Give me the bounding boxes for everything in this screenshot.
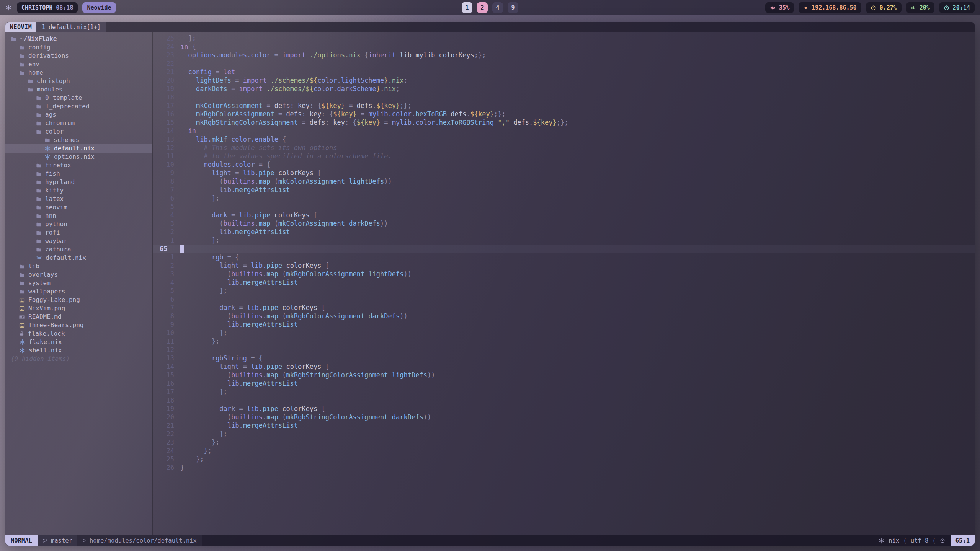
code-line[interactable]: 7 dark = lib.pipe colorKeys [ xyxy=(153,303,975,312)
tree-item-system[interactable]: system xyxy=(5,279,152,287)
code-line[interactable]: 8 (builtins.map (mkColorAssignment light… xyxy=(153,177,975,186)
tree-item-three-bears-png[interactable]: Three-Bears.png xyxy=(5,321,152,329)
tree-item-neovim[interactable]: neovim xyxy=(5,203,152,212)
tree-item-color[interactable]: color xyxy=(5,127,152,136)
code-line[interactable]: 6 xyxy=(153,295,975,303)
tree-item-flake-nix[interactable]: flake.nix xyxy=(5,338,152,346)
tree-item-nixvim-png[interactable]: NixVim.png xyxy=(5,304,152,313)
tree-item-env[interactable]: env xyxy=(5,60,152,68)
editor[interactable]: 25 ];24in {23 options.modules.color = im… xyxy=(153,32,975,535)
tree-item-python[interactable]: python xyxy=(5,220,152,228)
code-line[interactable]: 6 ]; xyxy=(153,194,975,202)
tree-item-0-template[interactable]: 0_template xyxy=(5,94,152,102)
code-line-current[interactable]: 65 xyxy=(153,245,975,253)
file-tree[interactable]: ~/NixFlakeconfigderivationsenvhomechrist… xyxy=(5,32,153,535)
code-line[interactable]: 16 lib.mergeAttrsList xyxy=(153,379,975,388)
code-line[interactable]: 13 lib.mkIf color.enable { xyxy=(153,135,975,143)
code-line[interactable]: 1 ]; xyxy=(153,236,975,245)
code-line[interactable]: 11 # to the values specified in a colors… xyxy=(153,152,975,160)
code-line[interactable]: 24in { xyxy=(153,42,975,51)
code-line[interactable]: 12 # This module sets its own options xyxy=(153,143,975,152)
code-line[interactable]: 5 xyxy=(153,202,975,211)
code-line[interactable]: 13 rgbString = { xyxy=(153,354,975,362)
workspace-4[interactable]: 4 xyxy=(492,2,503,13)
tree-item-firefox[interactable]: firefox xyxy=(5,161,152,170)
code-line[interactable]: 9 light = lib.pipe colorKeys [ xyxy=(153,169,975,177)
tree-item-1-deprecated[interactable]: 1_deprecated xyxy=(5,102,152,111)
code-line[interactable]: 2 light = lib.pipe colorKeys [ xyxy=(153,261,975,270)
tree-item-default-nix[interactable]: default.nix xyxy=(5,144,152,153)
tree-item-overlays[interactable]: overlays xyxy=(5,271,152,279)
user-clock-pill[interactable]: CHRISTOPH 08:18 xyxy=(17,2,78,13)
code-line[interactable]: 23 options.modules.color = import ./opti… xyxy=(153,51,975,59)
code-line[interactable]: 21 lib.mergeAttrsList xyxy=(153,421,975,430)
code-line[interactable]: 21 config = let xyxy=(153,68,975,76)
code-line[interactable]: 16 mkRgbColorAssignment = defs: key: {${… xyxy=(153,110,975,118)
code-line[interactable]: 15 (builtins.map (mkRgbStringColorAssign… xyxy=(153,371,975,379)
code-line[interactable]: 7 lib.mergeAttrsList xyxy=(153,186,975,194)
tree-item-hyprland[interactable]: hyprland xyxy=(5,178,152,186)
tree-item-home[interactable]: home xyxy=(5,68,152,77)
tree-item-fish[interactable]: fish xyxy=(5,170,152,178)
code-line[interactable]: 4 lib.mergeAttrsList xyxy=(153,278,975,287)
tree-item--nixflake[interactable]: ~/NixFlake xyxy=(5,35,152,43)
code-line[interactable]: 9 lib.mergeAttrsList xyxy=(153,320,975,329)
nix-logo-icon[interactable] xyxy=(5,5,11,11)
clock-pill[interactable]: 20:14 xyxy=(939,2,975,13)
cpu-pill[interactable]: 0.27% xyxy=(866,2,902,13)
code-line[interactable]: 5 ]; xyxy=(153,287,975,295)
code-line[interactable]: 22 ]; xyxy=(153,430,975,438)
code-line[interactable]: 12 xyxy=(153,346,975,354)
code-line[interactable]: 14 light = lib.pipe colorKeys [ xyxy=(153,362,975,371)
code-line[interactable]: 20 (builtins.map (mkRgbStringColorAssign… xyxy=(153,413,975,421)
code-line[interactable]: 4 dark = lib.pipe colorKeys [ xyxy=(153,211,975,219)
code-line[interactable]: 19 dark = lib.pipe colorKeys [ xyxy=(153,404,975,413)
active-app-pill[interactable]: Neovide xyxy=(82,2,116,13)
code-line[interactable]: 26} xyxy=(153,463,975,472)
code-line[interactable]: 1 rgb = { xyxy=(153,253,975,261)
volume-pill[interactable]: 35% xyxy=(765,2,794,13)
code-line[interactable]: 18 xyxy=(153,396,975,404)
network-pill[interactable]: 192.168.86.50 xyxy=(799,2,861,13)
tree-item-schemes[interactable]: schemes xyxy=(5,136,152,144)
tree-item-chromium[interactable]: chromium xyxy=(5,119,152,127)
tree-item-lib[interactable]: lib xyxy=(5,262,152,271)
code-line[interactable]: 8 (builtins.map (mkRgbColorAssignment da… xyxy=(153,312,975,320)
tree-item-config[interactable]: config xyxy=(5,43,152,52)
memory-pill[interactable]: 20% xyxy=(906,2,934,13)
code-line[interactable]: 17 ]; xyxy=(153,388,975,396)
code-line[interactable]: 25 }; xyxy=(153,455,975,463)
code-line[interactable]: 25 ]; xyxy=(153,34,975,42)
tree-item-default-nix[interactable]: default.nix xyxy=(5,254,152,262)
code-line[interactable]: 24 }; xyxy=(153,447,975,455)
code-line[interactable]: 15 mkRgbStringColorAssignment = defs: ke… xyxy=(153,118,975,127)
tree-item-zathura[interactable]: zathura xyxy=(5,245,152,254)
code-line[interactable]: 22 xyxy=(153,59,975,68)
tree-item-latex[interactable]: latex xyxy=(5,195,152,203)
tree-item-foggy-lake-png[interactable]: Foggy-Lake.png xyxy=(5,296,152,304)
code-line[interactable]: 14 in xyxy=(153,127,975,135)
tree-item-modules[interactable]: modules xyxy=(5,85,152,94)
code-line[interactable]: 23 }; xyxy=(153,438,975,447)
tree-item-wallpapers[interactable]: wallpapers xyxy=(5,287,152,296)
tree-item-readme-md[interactable]: README.md xyxy=(5,313,152,321)
tree-item-ags[interactable]: ags xyxy=(5,111,152,119)
code-line[interactable]: 3 (builtins.map (mkColorAssignment darkD… xyxy=(153,219,975,228)
tree-item-flake-lock[interactable]: flake.lock xyxy=(5,329,152,338)
code-line[interactable]: 3 (builtins.map (mkRgbColorAssignment li… xyxy=(153,270,975,278)
tree-item-shell-nix[interactable]: shell.nix xyxy=(5,346,152,355)
workspace-9[interactable]: 9 xyxy=(508,2,518,13)
code-line[interactable]: 19 darkDefs = import ./schemes/${color.d… xyxy=(153,85,975,93)
tree-item-nnn[interactable]: nnn xyxy=(5,212,152,220)
code-line[interactable]: 10 modules.color = { xyxy=(153,160,975,169)
tree-item-derivations[interactable]: derivations xyxy=(5,52,152,60)
tree-item-options-nix[interactable]: options.nix xyxy=(5,153,152,161)
tree-item-waybar[interactable]: waybar xyxy=(5,237,152,245)
code-line[interactable]: 10 ]; xyxy=(153,329,975,337)
tree-item-kitty[interactable]: kitty xyxy=(5,186,152,195)
tab-default-nix[interactable]: 1 default.nix[1+] xyxy=(36,22,106,32)
code-line[interactable]: 20 lightDefs = import ./schemes/${color.… xyxy=(153,76,975,85)
tree-item-christoph[interactable]: christoph xyxy=(5,77,152,85)
code-line[interactable]: 17 mkColorAssignment = defs: key: {${key… xyxy=(153,101,975,110)
code-line[interactable]: 18 xyxy=(153,93,975,101)
